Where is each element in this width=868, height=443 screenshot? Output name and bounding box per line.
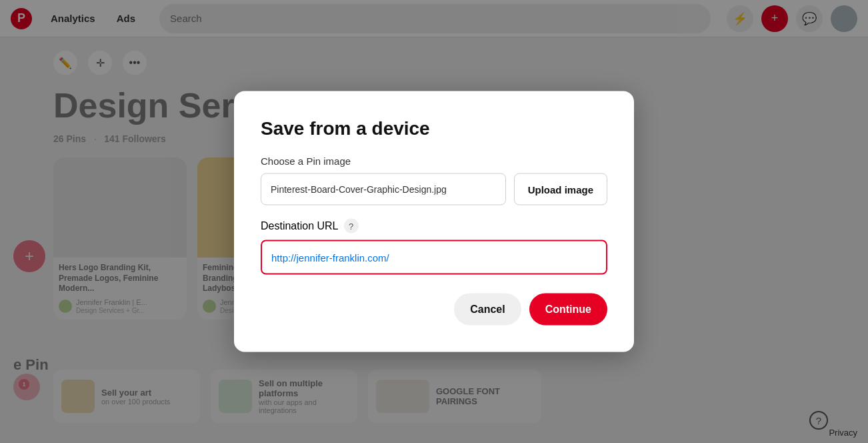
choose-image-label: Choose a Pin image xyxy=(261,155,607,167)
destination-url-row: Destination URL ? xyxy=(261,219,607,234)
cancel-button[interactable]: Cancel xyxy=(454,294,521,326)
modal-actions: Cancel Continue xyxy=(261,294,607,326)
help-icon[interactable]: ? xyxy=(344,219,359,234)
upload-image-button[interactable]: Upload image xyxy=(514,173,607,205)
filename-input[interactable] xyxy=(261,173,506,205)
image-input-row: Upload image xyxy=(261,173,607,205)
destination-url-input[interactable] xyxy=(261,240,607,275)
destination-url-label: Destination URL xyxy=(261,220,339,232)
continue-button[interactable]: Continue xyxy=(529,294,607,326)
modal-title: Save from a device xyxy=(261,118,607,139)
save-from-device-modal: Save from a device Choose a Pin image Up… xyxy=(234,91,634,352)
